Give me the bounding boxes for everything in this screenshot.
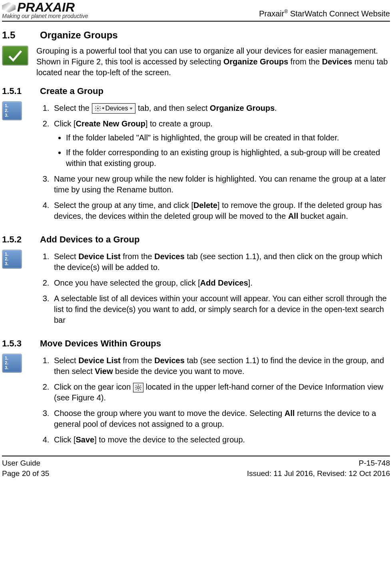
- svg-rect-11: [138, 389, 138, 390]
- step-item: Click [Create New Group] to create a gro…: [52, 118, 390, 169]
- step-item: Click on the gear icon located in the up…: [52, 382, 390, 403]
- gear-icon: [135, 384, 141, 391]
- registered-icon: ®: [284, 9, 288, 14]
- svg-rect-1: [98, 106, 98, 107]
- gear-box-icon: [133, 383, 143, 392]
- footer-page-number: Page 20 of 35: [2, 468, 49, 479]
- page-footer: User Guide Page 20 of 35 P-15-748 Issued…: [2, 456, 390, 478]
- page-header: PRAXAIR Making our planet more productiv…: [2, 3, 390, 22]
- section-1-5-heading: 1.5Organize Groups: [2, 29, 390, 42]
- section-1-5-intro: Grouping is a powerful tool that you can…: [36, 46, 390, 78]
- sub-item: If the folder labeled "All" is highlight…: [66, 132, 390, 143]
- gear-sub-icon: ✦: [101, 106, 105, 110]
- svg-rect-13: [140, 387, 141, 388]
- gear-icon: [95, 105, 101, 112]
- section-1-5-1-heading: 1.5.1Create a Group: [2, 85, 390, 97]
- svg-rect-14: [135, 385, 137, 386]
- step-item: A selectable list of all devices within …: [52, 293, 390, 326]
- numbered-steps-icon: 1.2.3.: [2, 101, 22, 120]
- step-item: Select Device List from the Devices tab …: [52, 251, 390, 273]
- svg-rect-12: [135, 387, 136, 388]
- steps-list-1-5-3: Select Device List from the Devices tab …: [36, 355, 390, 445]
- svg-rect-5: [95, 106, 96, 108]
- svg-rect-7: [95, 110, 96, 111]
- section-1-5-3-heading: 1.5.3Move Devices Within Groups: [2, 338, 390, 350]
- logo-block: PRAXAIR Making our planet more productiv…: [2, 2, 88, 20]
- footer-doc-id: P-15-748: [247, 458, 390, 468]
- svg-rect-4: [99, 108, 101, 109]
- svg-rect-17: [140, 385, 141, 386]
- sub-item: If the folder corresponding to an existi…: [66, 147, 390, 169]
- step-item: Once you have selected the group, click …: [52, 278, 390, 288]
- step-item: Name your new group while the new folder…: [52, 174, 390, 195]
- logo-tagline: Making our planet more productive: [2, 12, 88, 20]
- step-item: Choose the group where you want to move …: [52, 408, 390, 430]
- devices-tab-icon: ✦Devices: [92, 103, 136, 114]
- footer-left: User Guide Page 20 of 35: [2, 458, 49, 478]
- footer-doc-type: User Guide: [2, 458, 49, 468]
- steps-list-1-5-2: Select Device List from the Devices tab …: [36, 251, 390, 326]
- steps-list-1-5-1: Select the ✦Devices tab, and then select…: [36, 103, 390, 222]
- step-item: Click [Save] to move the device to the s…: [52, 434, 390, 445]
- step-item: Select the group at any time, and click …: [52, 200, 390, 222]
- svg-point-9: [137, 386, 139, 388]
- numbered-steps-icon: 1.2.3.: [2, 354, 22, 373]
- step-item: Select the ✦Devices tab, and then select…: [52, 103, 390, 114]
- logo-icon: [2, 2, 16, 12]
- logo-wordmark: PRAXAIR: [17, 2, 75, 13]
- footer-dates: Issued: 11 Jul 2016, Revised: 12 Oct 201…: [247, 468, 390, 479]
- checkmark-icon: [2, 46, 28, 66]
- svg-rect-8: [99, 106, 100, 108]
- footer-right: P-15-748 Issued: 11 Jul 2016, Revised: 1…: [247, 458, 390, 478]
- numbered-steps-icon: 1.2.3.: [2, 250, 22, 269]
- svg-rect-15: [140, 388, 141, 390]
- logo-text: PRAXAIR: [2, 2, 75, 13]
- svg-rect-3: [95, 108, 96, 109]
- section-1-5-2-heading: 1.5.2Add Devices to a Group: [2, 234, 390, 246]
- svg-rect-10: [138, 384, 138, 386]
- caret-down-icon: [129, 108, 133, 110]
- svg-rect-6: [99, 110, 100, 111]
- svg-point-0: [97, 108, 99, 109]
- step-item: Select Device List from the Devices tab …: [52, 355, 390, 377]
- header-title: Praxair® StarWatch Connect Website: [259, 8, 390, 19]
- svg-rect-16: [135, 388, 137, 390]
- svg-rect-2: [98, 110, 98, 112]
